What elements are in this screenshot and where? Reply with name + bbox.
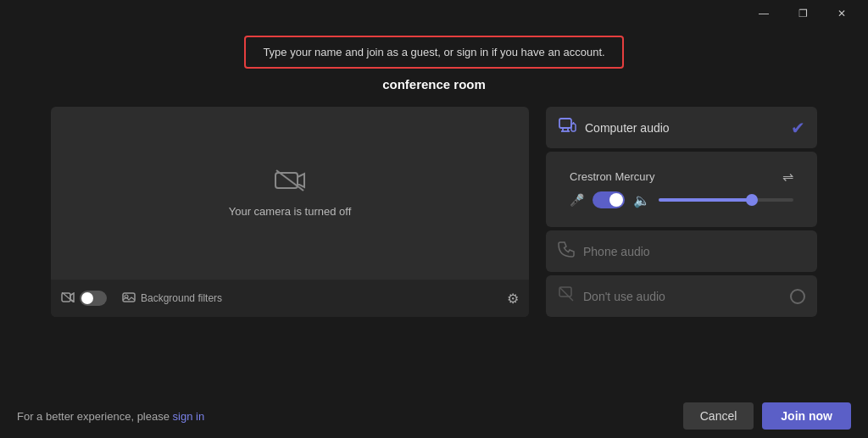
svg-rect-12 xyxy=(571,124,576,131)
room-title: conference room xyxy=(382,77,486,91)
speaker-icon: 🔈 xyxy=(633,192,650,208)
volume-row: 🎤 🔈 xyxy=(558,188,805,217)
phone-audio-option[interactable]: Phone audio xyxy=(546,230,817,272)
computer-audio-row: Computer audio ✔ xyxy=(558,117,805,138)
camera-small-icon xyxy=(61,291,75,305)
no-audio-icon xyxy=(558,286,575,307)
audio-panel: Computer audio ✔ Crestron Mercury ⇌ 🎤 🔈 xyxy=(546,107,817,317)
computer-audio-option[interactable]: Computer audio ✔ xyxy=(546,107,817,148)
instruction-box: Type your name and join as a guest, or s… xyxy=(244,36,623,69)
instruction-text: Type your name and join as a guest, or s… xyxy=(263,46,604,58)
svg-marker-1 xyxy=(298,174,304,187)
crestron-row: Crestron Mercury ⇌ xyxy=(558,162,805,188)
columns-layout: Your camera is turned off xyxy=(51,107,817,317)
volume-fill xyxy=(659,198,750,202)
adjust-icon[interactable]: ⇌ xyxy=(782,169,793,185)
minimize-button[interactable]: — xyxy=(744,0,783,27)
no-audio-radio[interactable] xyxy=(790,289,805,304)
crestron-option: Crestron Mercury ⇌ 🎤 🔈 xyxy=(546,152,817,227)
close-button[interactable]: ✕ xyxy=(822,0,861,27)
computer-audio-label: Computer audio xyxy=(585,121,782,135)
camera-toggle-switch[interactable] xyxy=(80,291,107,306)
background-filters-label: Background filters xyxy=(141,292,222,304)
phone-audio-icon xyxy=(558,241,575,262)
svg-marker-5 xyxy=(70,293,74,302)
volume-slider[interactable] xyxy=(659,198,793,202)
no-audio-label: Don't use audio xyxy=(583,290,782,303)
camera-off-text: Your camera is turned off xyxy=(229,205,352,218)
camera-panel: Your camera is turned off xyxy=(51,107,529,317)
computer-audio-icon xyxy=(558,117,576,138)
no-audio-row: Don't use audio xyxy=(558,286,805,307)
phone-audio-row: Phone audio xyxy=(558,241,805,262)
mic-toggle-switch[interactable] xyxy=(593,191,625,208)
camera-off-icon xyxy=(275,169,305,198)
computer-audio-check-icon: ✔ xyxy=(791,118,805,138)
join-now-button[interactable]: Join now xyxy=(762,402,851,430)
phone-audio-label: Phone audio xyxy=(583,245,805,258)
crestron-label: Crestron Mercury xyxy=(570,170,776,183)
settings-icon[interactable]: ⚙ xyxy=(507,291,519,307)
camera-toggle-area[interactable] xyxy=(61,291,107,306)
cancel-button[interactable]: Cancel xyxy=(683,402,754,430)
background-filters-icon xyxy=(122,291,136,306)
sign-in-link[interactable]: sign in xyxy=(173,410,205,423)
svg-rect-8 xyxy=(559,119,571,128)
camera-bottom-bar: Background filters ⚙ xyxy=(51,280,529,317)
volume-thumb[interactable] xyxy=(746,194,758,206)
no-audio-option[interactable]: Don't use audio xyxy=(546,275,817,317)
action-buttons: Cancel Join now xyxy=(683,402,851,430)
svg-rect-0 xyxy=(275,173,298,188)
microphone-icon: 🎤 xyxy=(570,193,584,207)
svg-rect-3 xyxy=(62,293,70,302)
sign-in-prompt-text: For a better experience, please sign in xyxy=(17,410,204,423)
background-filters-area[interactable]: Background filters ⚙ xyxy=(122,291,519,307)
title-bar: — ❐ ✕ xyxy=(0,0,868,27)
maximize-button[interactable]: ❐ xyxy=(783,0,822,27)
main-content: Type your name and join as a guest, or s… xyxy=(0,27,868,325)
